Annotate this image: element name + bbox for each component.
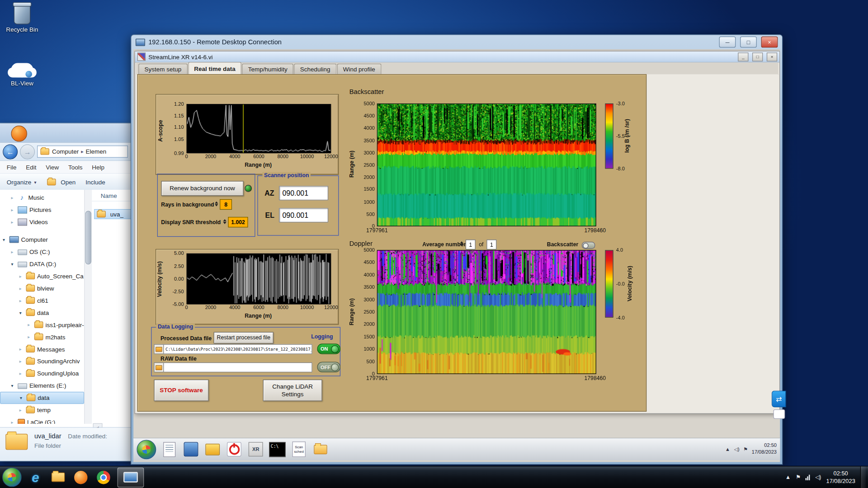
velocity-plot[interactable] xyxy=(187,253,331,305)
expander-icon[interactable]: ▾ xyxy=(20,395,26,400)
backscatter-display-toggle[interactable] xyxy=(582,242,595,249)
tree-item-soundinguploa[interactable]: ▸SoundingUploa xyxy=(0,367,84,380)
tab-wind-profile[interactable]: Wind profile xyxy=(337,64,381,74)
expander-icon[interactable]: ▸ xyxy=(19,286,25,291)
chrome-icon[interactable] xyxy=(94,469,112,486)
az-field[interactable]: 090.001 xyxy=(279,186,328,200)
vi-close-button[interactable]: × xyxy=(767,52,777,61)
rays-stepper[interactable] xyxy=(214,199,219,209)
tree-item-messages[interactable]: ▸Messages xyxy=(0,343,84,355)
restart-processed-file-button[interactable]: Restart processed file xyxy=(214,332,274,344)
tree-item-music[interactable]: ▸♪Music xyxy=(0,192,84,204)
backscatter-plot[interactable] xyxy=(377,103,596,226)
processed-logging-toggle[interactable]: ON xyxy=(317,343,340,354)
file-item-uva-lidar[interactable]: uva_ xyxy=(94,209,131,219)
remote-power-app-icon[interactable] xyxy=(226,441,243,458)
tree-item-pictures[interactable]: ▸Pictures xyxy=(0,204,84,216)
remote-volume-icon[interactable]: ◁) xyxy=(734,446,740,452)
tree-item-iss1-purpleair-[interactable]: ▸iss1-purpleair- xyxy=(0,319,84,331)
change-lidar-settings-button[interactable]: Change LiDAR Settings xyxy=(263,380,322,401)
internet-explorer-icon[interactable]: e xyxy=(27,469,44,486)
snr-value[interactable]: 1.002 xyxy=(228,217,248,227)
raw-path-field[interactable] xyxy=(163,362,312,372)
tree-item-data[interactable]: ▾data xyxy=(0,306,84,319)
remote-folder-icon[interactable] xyxy=(312,441,329,458)
expander-icon[interactable]: ▸ xyxy=(19,408,25,413)
tree-item-os-c-[interactable]: ▸OS (C:) xyxy=(0,246,84,258)
tree-scrollbar-thumb[interactable] xyxy=(85,211,91,265)
close-button[interactable]: × xyxy=(761,37,778,47)
show-desktop-button[interactable] xyxy=(860,466,866,488)
expander-icon[interactable]: ▸ xyxy=(11,207,17,212)
stop-software-button[interactable]: STOP software xyxy=(154,380,208,401)
expander-icon[interactable]: ▸ xyxy=(11,249,17,254)
expander-icon[interactable]: ▸ xyxy=(19,298,25,303)
menu-tools[interactable]: Tools xyxy=(68,164,82,170)
tab-real-time-data[interactable]: Real time data xyxy=(188,62,241,74)
tree-scrollbar[interactable] xyxy=(84,190,92,424)
vi-titlebar[interactable]: StreamLine XR v14-6.vi _ □ × xyxy=(135,52,779,62)
rays-value[interactable]: 8 xyxy=(220,199,232,210)
tab-system-setup[interactable]: System setup xyxy=(138,64,188,74)
average-number-field[interactable]: 1 xyxy=(466,239,476,249)
average-number-stepper[interactable] xyxy=(459,239,464,249)
rdp-taskbar-button[interactable] xyxy=(118,467,144,487)
remote-blue-app-icon[interactable] xyxy=(183,441,199,458)
tree-item-computer[interactable]: ▾Computer xyxy=(0,234,84,246)
breadcrumb-child[interactable]: Elemen xyxy=(86,148,107,155)
start-button[interactable] xyxy=(2,468,22,487)
doppler-plot[interactable] xyxy=(377,250,596,374)
expander-icon[interactable]: ▸ xyxy=(28,322,33,327)
vi-restore-button[interactable]: □ xyxy=(752,52,763,61)
organize-button[interactable]: Organize▾ xyxy=(7,179,37,186)
expander-icon[interactable]: ▸ xyxy=(19,347,25,352)
menu-edit[interactable]: Edit xyxy=(26,164,36,170)
expander-icon[interactable]: ▸ xyxy=(19,371,25,376)
chat-bubble-icon[interactable] xyxy=(774,409,785,419)
breadcrumb-root[interactable]: Computer xyxy=(52,148,79,155)
clock[interactable]: 02:50 17/08/2023 xyxy=(826,470,855,484)
expander-icon[interactable]: ▸ xyxy=(11,195,17,200)
open-button[interactable]: Open xyxy=(46,179,75,186)
remote-flag-icon[interactable]: ⚑ xyxy=(743,446,748,452)
expander-icon[interactable]: ▾ xyxy=(19,310,25,315)
remote-tray-expand-icon[interactable]: ▲ xyxy=(725,446,730,452)
name-column-header[interactable]: Name xyxy=(92,190,131,202)
tab-temp-humidity[interactable]: Temp/humidity xyxy=(242,64,293,74)
menu-file[interactable]: File xyxy=(7,164,17,170)
media-player-icon[interactable] xyxy=(72,469,90,486)
el-field[interactable]: 090.001 xyxy=(279,208,328,222)
tree-item-soundingarchiv[interactable]: ▸SoundingArchiv xyxy=(0,355,84,367)
tree-item-lacie-g-[interactable]: ▸LaCie (G:) xyxy=(0,416,84,424)
expander-icon[interactable]: ▾ xyxy=(11,383,17,388)
expander-icon[interactable]: ▸ xyxy=(11,420,17,424)
bl-view-shortcut[interactable]: BL-View xyxy=(1,60,43,86)
expander-icon[interactable]: ▸ xyxy=(11,220,17,225)
tree-item-data[interactable]: ▾data xyxy=(0,392,84,404)
raw-path-browse-icon[interactable] xyxy=(154,362,164,372)
remote-console-icon[interactable]: C:\ xyxy=(269,441,286,458)
maximize-button[interactable]: □ xyxy=(740,37,757,47)
expander-icon[interactable]: ▸ xyxy=(19,274,25,279)
expander-icon[interactable]: ▸ xyxy=(19,359,25,364)
remote-clock[interactable]: 02:50 17/08/2023 xyxy=(752,443,777,456)
explorer-taskbar-icon[interactable] xyxy=(49,469,67,486)
volume-icon[interactable]: ◁) xyxy=(815,474,821,480)
remote-scan-scheduler-icon[interactable]: Scansched xyxy=(291,441,307,458)
processed-path-browse-icon[interactable] xyxy=(154,344,164,354)
average-total-field[interactable]: 1 xyxy=(486,239,496,249)
breadcrumb[interactable]: Computer ▸ Elemen xyxy=(37,145,128,158)
remote-yellow-app-icon[interactable] xyxy=(204,441,221,458)
tree-item-data-d-[interactable]: ▾DATA (D:) xyxy=(0,258,84,270)
explorer-titlebar[interactable] xyxy=(0,123,131,143)
menu-view[interactable]: View xyxy=(46,164,59,170)
tree-item-temp[interactable]: ▸temp xyxy=(0,404,84,416)
menu-help[interactable]: Help xyxy=(92,164,104,170)
expander-icon[interactable]: ▾ xyxy=(3,237,9,242)
tree-item-cl61[interactable]: ▸cl61 xyxy=(0,294,84,306)
tree-item-m2hats[interactable]: ▸m2hats xyxy=(0,331,84,343)
back-button[interactable]: ← xyxy=(3,144,18,159)
processed-path-field[interactable]: C:\Lidar\Data\Proc\2023\202308\20230817\… xyxy=(163,344,312,354)
a-scope-plot[interactable] xyxy=(187,104,331,153)
forward-button[interactable]: → xyxy=(20,144,35,159)
